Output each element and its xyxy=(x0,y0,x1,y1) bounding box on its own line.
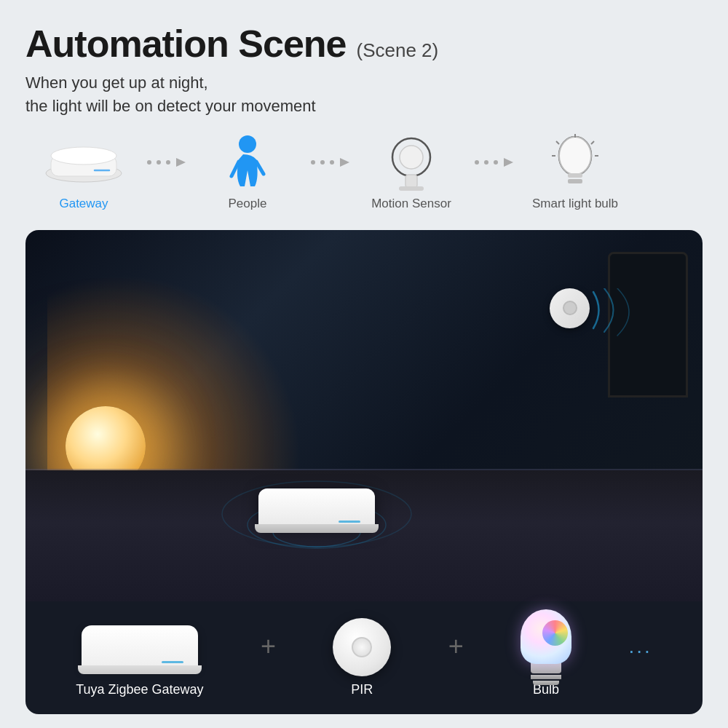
svg-rect-18 xyxy=(399,186,424,191)
svg-point-8 xyxy=(239,135,256,153)
bulb-glass xyxy=(521,609,571,664)
svg-point-16 xyxy=(400,146,423,169)
flow-item-gateway: Gateway xyxy=(25,134,142,211)
person-icon xyxy=(224,134,272,192)
svg-point-20 xyxy=(484,160,488,165)
pir-product-icon xyxy=(333,618,391,676)
svg-point-21 xyxy=(494,160,498,165)
gateway-product-name: Tuya Zigbee Gateway xyxy=(76,682,203,697)
page-title: Automation Scene xyxy=(25,22,347,66)
more-dots: ... xyxy=(628,635,652,658)
bulb-rainbow xyxy=(542,620,568,646)
gateway-product-led xyxy=(162,661,183,663)
bulb-product-image xyxy=(521,618,571,676)
product-strip: Tuya Zigbee Gateway + PIR + xyxy=(25,601,703,714)
svg-point-5 xyxy=(157,160,161,165)
product-item-gateway: Tuya Zigbee Gateway xyxy=(76,618,203,697)
gateway-device xyxy=(258,488,375,529)
motion-sensor-label: Motion Sensor xyxy=(371,197,451,211)
gateway-product-icon xyxy=(82,625,198,669)
bulb-screw2 xyxy=(533,681,559,685)
product-item-pir: PIR xyxy=(333,618,391,697)
scene-section: Tuya Zigbee Gateway + PIR + xyxy=(25,230,703,714)
flow-diagram: Gateway xyxy=(25,134,703,211)
svg-point-4 xyxy=(147,160,151,165)
people-label: People xyxy=(229,197,267,211)
svg-line-28 xyxy=(556,141,559,144)
svg-point-24 xyxy=(559,137,591,175)
arrow-3 xyxy=(470,155,517,170)
gateway-icon xyxy=(44,134,124,192)
bulb-screw1 xyxy=(531,675,561,679)
svg-point-2 xyxy=(51,147,116,165)
title-row: Automation Scene (Scene 2) xyxy=(25,22,703,66)
lightbulb-icon xyxy=(552,134,599,192)
flow-item-people: People xyxy=(189,134,306,211)
page-subtitle: (Scene 2) xyxy=(357,39,439,62)
gateway-product-image xyxy=(82,618,198,676)
svg-marker-7 xyxy=(176,158,186,167)
sensor-dot xyxy=(563,301,577,315)
top-section: Automation Scene (Scene 2) When you get … xyxy=(25,22,703,230)
motion-sensor-icon xyxy=(384,134,439,192)
svg-point-11 xyxy=(311,160,315,165)
svg-point-6 xyxy=(166,160,170,165)
scene-photo xyxy=(25,230,703,601)
wall-motion-sensor xyxy=(550,288,590,328)
page-description: When you get up at night, the light will… xyxy=(25,71,703,118)
svg-point-12 xyxy=(320,160,325,165)
flow-item-lightbulb: Smart light bulb xyxy=(517,134,633,211)
pir-product-name: PIR xyxy=(351,682,373,697)
page-container: Automation Scene (Scene 2) When you get … xyxy=(0,0,728,728)
svg-point-13 xyxy=(330,160,334,165)
bulb-product-icon xyxy=(521,609,571,685)
plus-separator-1: + xyxy=(261,631,276,662)
flow-item-motion-sensor: Motion Sensor xyxy=(353,134,470,211)
svg-line-29 xyxy=(591,141,594,144)
plus-separator-2: + xyxy=(448,631,464,662)
svg-marker-22 xyxy=(504,158,513,167)
gateway-body xyxy=(258,488,375,529)
pir-product-image xyxy=(333,618,391,676)
pir-center xyxy=(352,637,372,657)
product-item-bulb: Bulb xyxy=(521,618,571,697)
gateway-label: Gateway xyxy=(59,197,108,211)
svg-marker-14 xyxy=(340,158,349,167)
lightbulb-label: Smart light bulb xyxy=(532,197,618,211)
arrow-2 xyxy=(306,155,353,170)
svg-rect-25 xyxy=(568,173,582,178)
svg-rect-26 xyxy=(568,179,582,183)
bulb-base xyxy=(531,662,561,673)
sensor-body xyxy=(550,288,590,328)
arrow-1 xyxy=(142,155,189,170)
svg-point-19 xyxy=(475,160,479,165)
gateway-led xyxy=(339,521,360,523)
svg-rect-17 xyxy=(405,175,417,188)
